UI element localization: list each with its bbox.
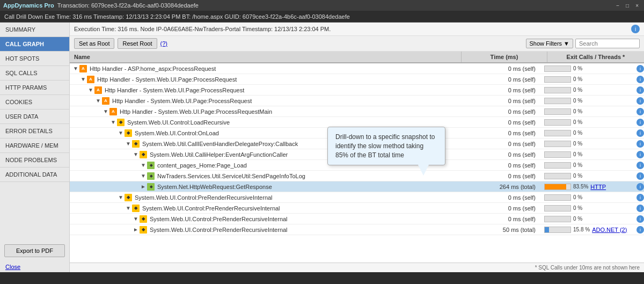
tree-toggle-icon[interactable]: ▼ [88,87,93,93]
show-filters-button[interactable]: Show Filters ▼ [526,39,573,48]
row-info-icon[interactable]: i [636,194,644,201]
th-time: Time (ms) [462,52,547,62]
row-info-icon[interactable]: i [636,215,644,223]
row-info-icon[interactable]: i [636,76,644,83]
row-name-cell: ▼AHttp Handler - System.Web.UI.Page:Proc… [70,96,454,106]
row-time-cell: 0 ms (self) [454,172,540,180]
row-exit-cell: 0 % [540,107,636,116]
progress-bar [544,141,571,147]
app-name: AppDynamics Pro [3,2,54,9]
row-type-icon: A [109,108,117,115]
progress-bar-fill [545,184,566,190]
row-name-cell: ▼◆System.Web.UI.Control:PreRenderRecursi… [70,214,454,224]
table-row: ►◆System.Web.UI.Control:PreRenderRecursi… [70,224,644,235]
row-time-cell: 0 ms (self) [454,193,540,202]
row-type-icon: ◆ [140,226,147,234]
percent-text: 0 % [573,216,582,222]
table-row: ▼AHttp Handler - System.Web.UI.Page:Proc… [70,85,644,96]
row-info-icon[interactable]: i [636,172,644,180]
export-pdf-button[interactable]: Export to PDF [4,244,65,257]
progress-bar [544,98,571,104]
transaction-id: Transaction: 6079cee3-f22a-4b6c-aaf0-030… [57,2,199,9]
row-info-icon[interactable]: i [636,65,644,72]
tree-toggle-icon[interactable]: ► [141,184,146,190]
sidebar-item-node-problems[interactable]: NODE PROBLEMS [0,153,69,168]
row-info-icon[interactable]: i [636,183,644,191]
tree-toggle-icon[interactable]: ▼ [96,98,101,104]
info-circle-icon[interactable]: i [631,25,640,33]
title-bar: AppDynamics Pro Transaction: 6079cee3-f2… [0,0,644,11]
execution-bar: Execution Time: 316 ms. Node IP-0A6E6A8E… [70,23,644,36]
set-as-root-button[interactable]: Set as Root [74,38,114,49]
tree-toggle-icon[interactable]: ▼ [73,65,78,71]
exit-call-link[interactable]: HTTP [590,184,606,190]
tree-toggle-icon[interactable]: ▼ [126,141,131,147]
table-row: ▼◆System.Web.UI.Control:PreRenderRecursi… [70,203,644,214]
row-name-cell: ▼AHttp Handler - System.Web.UI.Page:Proc… [70,107,454,116]
row-name-cell: ►◆System.Net.HttpWebRequest:GetResponse [70,182,454,192]
sidebar-item-summary[interactable]: SUMMARY [0,23,69,37]
row-time-cell: 0 ms (self) [454,215,540,223]
row-type-icon: A [102,97,109,105]
row-name-text: Http Handler - System.Web.UI.Page:Proces… [112,98,252,104]
row-info-icon[interactable]: i [636,151,644,158]
row-info-icon[interactable]: i [636,119,644,126]
sidebar-item-sql-calls[interactable]: SQL CALLS [0,66,69,81]
percent-text: 0 % [573,194,582,200]
progress-bar [544,76,571,83]
sidebar-item-http-params[interactable]: HTTP PARAMS [0,81,69,95]
row-info-icon[interactable]: i [636,205,644,212]
row-name-cell: ▼AHttp Handler - System.Web.UI.Page:Proc… [70,75,454,84]
row-info-icon[interactable]: i [636,129,644,137]
sidebar-item-cookies[interactable]: COOKIES [0,95,69,110]
tree-toggle-icon[interactable]: ▼ [141,173,146,179]
help-link[interactable]: (?) [160,40,167,47]
close-btn[interactable]: × [633,2,641,9]
row-name-cell: ▼AHttp Handler - System.Web.UI.Page:Proc… [70,85,454,95]
row-info-icon[interactable]: i [636,86,644,94]
row-info-icon[interactable]: i [636,97,644,105]
percent-text: 0 % [573,76,582,82]
tree-toggle-icon[interactable]: ▼ [126,205,131,211]
maximize-btn[interactable]: □ [624,2,631,9]
window-title: Call Drill Down Exe Time: 316 ms Timesta… [4,13,350,20]
row-exit-cell: 0 % [540,172,636,180]
sidebar-item-additional-data[interactable]: ADDITIONAL DATA [0,168,69,182]
row-name-text: Http Handler - System.Web.UI.Page:Proces… [105,87,244,93]
row-name-text: System.Web.Util.CallIEventHandlerDelegat… [142,141,298,147]
tree-toggle-icon[interactable]: ▼ [111,119,116,125]
progress-bar [544,173,571,179]
th-name: Name [70,52,462,62]
row-time-cell: 0 ms (self) [454,64,540,73]
sidebar-item-user-data[interactable]: USER DATA [0,110,69,124]
row-info-icon[interactable]: i [636,108,644,115]
sidebar-item-call-graph[interactable]: CALL GRAPH [0,37,69,52]
tree-toggle-icon[interactable]: ► [133,227,138,232]
row-time-cell: 0 ms (self) [454,150,540,159]
tree-toggle-icon[interactable]: ▼ [118,194,123,200]
minimize-btn[interactable]: − [614,2,621,9]
tree-toggle-icon[interactable]: ▼ [141,162,146,168]
close-link[interactable]: Close [0,261,69,272]
percent-text: 0 % [573,87,582,93]
progress-bar [544,108,571,115]
tree-toggle-icon[interactable]: ▼ [80,76,86,82]
reset-root-button[interactable]: Reset Root [118,38,157,49]
row-info-icon[interactable]: i [636,226,644,234]
progress-bar [544,184,571,190]
row-exit-cell: 0 % [540,140,636,148]
sidebar-item-hot-spots[interactable]: HOT SPOTS [0,52,69,66]
row-name-text: System.Web.Util.CalliHelper:EventArgFunc… [150,151,288,158]
sidebar-item-hardware---mem[interactable]: HARDWARE / MEM [0,139,69,153]
percent-text: 83.5% [573,184,588,190]
row-info-icon[interactable]: i [636,162,644,169]
progress-bar [544,87,571,93]
search-input[interactable] [575,39,640,48]
row-info-icon[interactable]: i [636,140,644,148]
tree-toggle-icon[interactable]: ▼ [133,216,138,222]
tree-toggle-icon[interactable]: ▼ [118,130,123,136]
sidebar-item-error-details[interactable]: ERROR DETAILS [0,124,69,139]
exit-call-link[interactable]: ADO.NET (2) [592,227,627,233]
tree-toggle-icon[interactable]: ▼ [103,108,108,114]
tree-toggle-icon[interactable]: ▼ [133,151,138,157]
